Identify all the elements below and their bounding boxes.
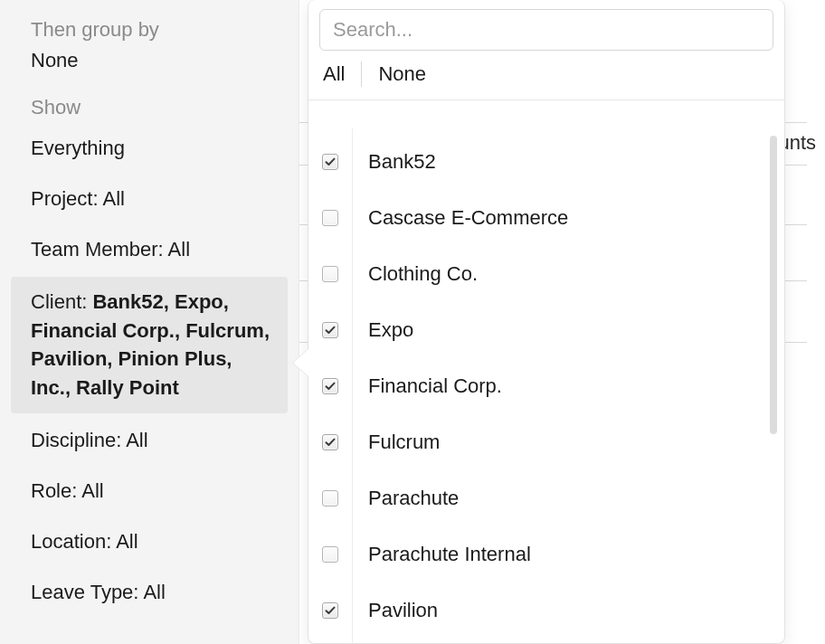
show-filter-item-value: All: [143, 581, 165, 603]
client-option-label: Bank52: [352, 150, 436, 174]
show-filter-item-value: All: [168, 238, 190, 260]
client-option-label: Clothing Co.: [352, 262, 478, 286]
show-section-label: Show: [0, 92, 299, 123]
show-filter-item[interactable]: Team Member: All: [0, 224, 299, 275]
checkbox[interactable]: [322, 210, 338, 226]
check-icon: [325, 156, 336, 167]
checkbox[interactable]: [322, 434, 338, 450]
client-option-row[interactable]: Cascase E-Commerce: [308, 190, 784, 246]
checkbox[interactable]: [322, 546, 338, 563]
client-option-list: Bank52Cascase E-CommerceClothing Co.Expo…: [308, 128, 784, 643]
scrollbar-thumb[interactable]: [770, 136, 777, 434]
select-all-none-bar: All None: [308, 62, 784, 100]
check-icon: [325, 381, 336, 392]
checkbox-cell: [308, 602, 352, 619]
client-option-row[interactable]: Parachute Internal: [308, 526, 784, 582]
checkbox[interactable]: [322, 490, 338, 507]
client-option-row[interactable]: Fulcrum: [308, 414, 784, 470]
client-option-label: Fulcrum: [352, 431, 440, 454]
checkbox[interactable]: [322, 602, 338, 619]
checkbox-cell: [308, 434, 352, 450]
show-filter-item[interactable]: Role: All: [0, 466, 299, 516]
show-filter-item[interactable]: Leave Type: All: [0, 567, 299, 618]
popover-arrow-icon: [293, 348, 309, 377]
client-option-label: Parachute Internal: [352, 543, 531, 566]
show-filter-item-label: Project:: [31, 187, 102, 210]
client-option-row[interactable]: Financial Corp.: [308, 358, 784, 414]
checkbox[interactable]: [322, 266, 338, 282]
check-icon: [325, 437, 336, 448]
client-option-label: Expo: [352, 318, 413, 342]
check-icon: [325, 605, 336, 616]
select-none-link[interactable]: None: [362, 62, 442, 86]
show-filter-item[interactable]: Location: All: [0, 516, 299, 567]
checkbox-cell: [308, 490, 352, 507]
then-group-by-label: Then group by: [0, 14, 299, 45]
checkbox-cell: [308, 210, 352, 226]
show-filter-item[interactable]: Discipline: All: [0, 415, 299, 466]
checkbox-cell: [308, 266, 352, 282]
show-filter-item-label: Role:: [31, 479, 81, 502]
client-option-label: Financial Corp.: [352, 374, 502, 398]
client-option-label: Parachute: [352, 487, 459, 510]
show-filter-item[interactable]: Project: All: [0, 174, 299, 224]
show-filter-item-label: Discipline:: [31, 429, 126, 451]
checkbox-cell: [308, 154, 352, 170]
client-option-row[interactable]: Bank52: [308, 134, 784, 190]
show-filter-item-value: All: [81, 479, 103, 502]
show-filter-item-value: All: [126, 429, 147, 451]
checkbox[interactable]: [322, 154, 338, 170]
filter-sidebar: Then group by None Show EverythingProjec…: [0, 0, 299, 644]
show-filter-item-label: Leave Type:: [31, 581, 143, 603]
show-filter-item-value: All: [116, 530, 138, 553]
then-group-by-value[interactable]: None: [0, 45, 299, 92]
show-filter-item-value: All: [102, 187, 124, 210]
search-wrap: [308, 0, 784, 62]
client-option-row[interactable]: Pinion Plus, Inc.: [308, 639, 784, 643]
show-filter-item-label: Team Member:: [31, 238, 168, 260]
checkbox-cell: [308, 378, 352, 394]
show-filter-item[interactable]: Client: Bank52, Expo, Financial Corp., F…: [11, 277, 288, 414]
check-icon: [325, 325, 336, 336]
checkbox[interactable]: [322, 378, 338, 394]
client-option-label: Cascase E-Commerce: [352, 206, 568, 230]
show-filter-list: EverythingProject: AllTeam Member: AllCl…: [0, 123, 299, 618]
client-option-row[interactable]: Expo: [308, 302, 784, 358]
show-filter-item-label: Client:: [31, 290, 92, 313]
show-filter-item-label: Location:: [31, 530, 116, 553]
client-option-row[interactable]: Clothing Co.: [308, 246, 784, 302]
client-option-row[interactable]: Pavilion: [308, 582, 784, 639]
checkbox[interactable]: [322, 322, 338, 338]
search-input[interactable]: [319, 9, 773, 51]
client-filter-popover: All None Bank52Cascase E-CommerceClothin…: [308, 0, 785, 644]
select-all-link[interactable]: All: [323, 62, 361, 86]
checkbox-cell: [308, 322, 352, 338]
show-filter-item-value: Everything: [31, 137, 125, 159]
checkbox-cell: [308, 546, 352, 563]
client-option-label: Pavilion: [352, 599, 438, 622]
show-filter-item[interactable]: Everything: [0, 123, 299, 174]
client-option-row[interactable]: Parachute: [308, 470, 784, 526]
